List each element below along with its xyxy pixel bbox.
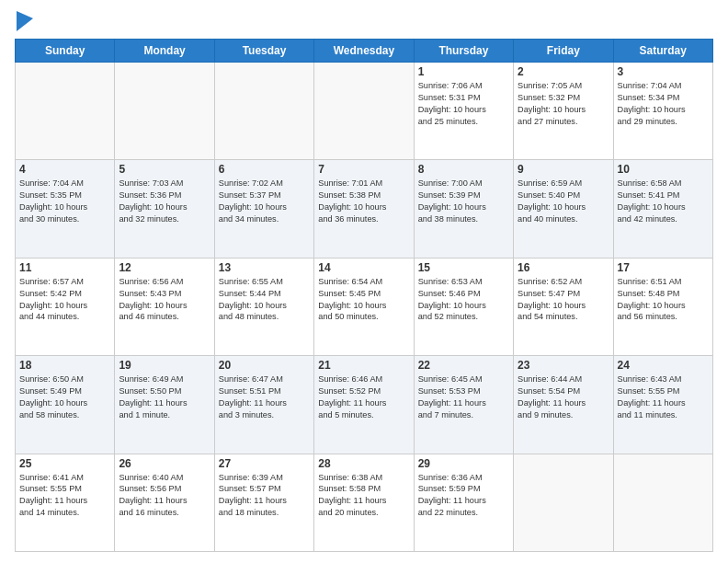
- calendar-cell: 29Sunrise: 6:36 AMSunset: 5:59 PMDayligh…: [414, 454, 513, 551]
- day-number: 26: [119, 457, 210, 470]
- day-info: Sunrise: 6:52 AMSunset: 5:47 PMDaylight:…: [518, 276, 609, 324]
- day-info: Sunrise: 7:04 AMSunset: 5:34 PMDaylight:…: [618, 80, 709, 128]
- day-number: 17: [618, 261, 709, 274]
- calendar-cell: [115, 63, 214, 160]
- weekday-friday: Friday: [514, 40, 613, 63]
- day-info: Sunrise: 6:45 AMSunset: 5:53 PMDaylight:…: [418, 373, 509, 421]
- weekday-thursday: Thursday: [414, 40, 513, 63]
- weekday-header-row: SundayMondayTuesdayWednesdayThursdayFrid…: [16, 40, 713, 63]
- weekday-monday: Monday: [115, 40, 214, 63]
- day-number: 9: [518, 163, 609, 176]
- page: SundayMondayTuesdayWednesdayThursdayFrid…: [0, 0, 728, 563]
- calendar-cell: 4Sunrise: 7:04 AMSunset: 5:35 PMDaylight…: [16, 160, 115, 258]
- week-row-3: 11Sunrise: 6:57 AMSunset: 5:42 PMDayligh…: [16, 258, 713, 355]
- calendar-cell: 26Sunrise: 6:40 AMSunset: 5:56 PMDayligh…: [115, 454, 214, 551]
- day-number: 13: [219, 261, 310, 274]
- day-number: 25: [19, 457, 110, 470]
- calendar-table: SundayMondayTuesdayWednesdayThursdayFrid…: [15, 39, 713, 552]
- weekday-sunday: Sunday: [16, 40, 115, 63]
- calendar-cell: 27Sunrise: 6:39 AMSunset: 5:57 PMDayligh…: [214, 454, 313, 551]
- day-number: 14: [318, 261, 409, 274]
- calendar-cell: 8Sunrise: 7:00 AMSunset: 5:39 PMDaylight…: [414, 160, 513, 258]
- svg-marker-0: [17, 11, 33, 31]
- day-info: Sunrise: 6:51 AMSunset: 5:48 PMDaylight:…: [618, 276, 709, 324]
- day-number: 24: [618, 359, 709, 372]
- day-info: Sunrise: 6:44 AMSunset: 5:54 PMDaylight:…: [518, 373, 609, 421]
- day-number: 6: [219, 163, 310, 176]
- logo: [15, 11, 33, 31]
- calendar-cell: 1Sunrise: 7:06 AMSunset: 5:31 PMDaylight…: [414, 63, 513, 160]
- day-number: 15: [418, 261, 509, 274]
- day-info: Sunrise: 6:50 AMSunset: 5:49 PMDaylight:…: [19, 373, 110, 421]
- calendar-cell: 17Sunrise: 6:51 AMSunset: 5:48 PMDayligh…: [613, 258, 712, 355]
- day-number: 16: [518, 261, 609, 274]
- day-info: Sunrise: 6:57 AMSunset: 5:42 PMDaylight:…: [19, 276, 110, 324]
- calendar-cell: 24Sunrise: 6:43 AMSunset: 5:55 PMDayligh…: [613, 356, 712, 454]
- day-info: Sunrise: 6:47 AMSunset: 5:51 PMDaylight:…: [219, 373, 310, 421]
- calendar-cell: 12Sunrise: 6:56 AMSunset: 5:43 PMDayligh…: [115, 258, 214, 355]
- day-number: 20: [219, 359, 310, 372]
- week-row-5: 25Sunrise: 6:41 AMSunset: 5:55 PMDayligh…: [16, 454, 713, 551]
- day-info: Sunrise: 6:53 AMSunset: 5:46 PMDaylight:…: [418, 276, 509, 324]
- calendar-cell: 6Sunrise: 7:02 AMSunset: 5:37 PMDaylight…: [214, 160, 313, 258]
- day-info: Sunrise: 6:38 AMSunset: 5:58 PMDaylight:…: [318, 472, 409, 520]
- day-info: Sunrise: 7:03 AMSunset: 5:36 PMDaylight:…: [119, 178, 210, 225]
- calendar-cell: 3Sunrise: 7:04 AMSunset: 5:34 PMDaylight…: [613, 63, 712, 160]
- day-info: Sunrise: 6:49 AMSunset: 5:50 PMDaylight:…: [119, 373, 210, 421]
- day-info: Sunrise: 6:43 AMSunset: 5:55 PMDaylight:…: [618, 373, 709, 421]
- day-info: Sunrise: 7:06 AMSunset: 5:31 PMDaylight:…: [418, 80, 509, 128]
- day-number: 7: [318, 163, 409, 176]
- day-number: 12: [119, 261, 210, 274]
- calendar-cell: [514, 454, 613, 551]
- calendar-cell: 28Sunrise: 6:38 AMSunset: 5:58 PMDayligh…: [314, 454, 414, 551]
- day-number: 1: [418, 65, 509, 78]
- day-number: 10: [618, 163, 709, 176]
- week-row-2: 4Sunrise: 7:04 AMSunset: 5:35 PMDaylight…: [16, 160, 713, 258]
- day-info: Sunrise: 7:01 AMSunset: 5:38 PMDaylight:…: [318, 178, 409, 225]
- calendar-cell: 20Sunrise: 6:47 AMSunset: 5:51 PMDayligh…: [214, 356, 313, 454]
- calendar-cell: 7Sunrise: 7:01 AMSunset: 5:38 PMDaylight…: [314, 160, 414, 258]
- day-number: 3: [618, 65, 709, 78]
- calendar-cell: 15Sunrise: 6:53 AMSunset: 5:46 PMDayligh…: [414, 258, 513, 355]
- day-info: Sunrise: 6:58 AMSunset: 5:41 PMDaylight:…: [618, 178, 709, 225]
- day-number: 4: [19, 163, 110, 176]
- calendar-cell: 10Sunrise: 6:58 AMSunset: 5:41 PMDayligh…: [613, 160, 712, 258]
- day-info: Sunrise: 6:40 AMSunset: 5:56 PMDaylight:…: [119, 472, 210, 520]
- weekday-wednesday: Wednesday: [314, 40, 414, 63]
- header: [15, 11, 713, 31]
- day-info: Sunrise: 7:05 AMSunset: 5:32 PMDaylight:…: [518, 80, 609, 128]
- day-number: 27: [219, 457, 310, 470]
- weekday-saturday: Saturday: [613, 40, 712, 63]
- calendar-cell: 9Sunrise: 6:59 AMSunset: 5:40 PMDaylight…: [514, 160, 613, 258]
- calendar-cell: [613, 454, 712, 551]
- day-info: Sunrise: 7:04 AMSunset: 5:35 PMDaylight:…: [19, 178, 110, 225]
- day-info: Sunrise: 6:46 AMSunset: 5:52 PMDaylight:…: [318, 373, 409, 421]
- day-info: Sunrise: 7:02 AMSunset: 5:37 PMDaylight:…: [219, 178, 310, 225]
- day-number: 5: [119, 163, 210, 176]
- weekday-tuesday: Tuesday: [214, 40, 313, 63]
- calendar-cell: [214, 63, 313, 160]
- day-number: 28: [318, 457, 409, 470]
- calendar-cell: 19Sunrise: 6:49 AMSunset: 5:50 PMDayligh…: [115, 356, 214, 454]
- calendar-cell: 23Sunrise: 6:44 AMSunset: 5:54 PMDayligh…: [514, 356, 613, 454]
- calendar-cell: 2Sunrise: 7:05 AMSunset: 5:32 PMDaylight…: [514, 63, 613, 160]
- day-number: 22: [418, 359, 509, 372]
- calendar-cell: [16, 63, 115, 160]
- day-info: Sunrise: 6:54 AMSunset: 5:45 PMDaylight:…: [318, 276, 409, 324]
- calendar-cell: 5Sunrise: 7:03 AMSunset: 5:36 PMDaylight…: [115, 160, 214, 258]
- day-number: 8: [418, 163, 509, 176]
- day-info: Sunrise: 6:39 AMSunset: 5:57 PMDaylight:…: [219, 472, 310, 520]
- week-row-1: 1Sunrise: 7:06 AMSunset: 5:31 PMDaylight…: [16, 63, 713, 160]
- calendar-cell: 22Sunrise: 6:45 AMSunset: 5:53 PMDayligh…: [414, 356, 513, 454]
- day-number: 11: [19, 261, 110, 274]
- calendar-cell: 16Sunrise: 6:52 AMSunset: 5:47 PMDayligh…: [514, 258, 613, 355]
- day-number: 21: [318, 359, 409, 372]
- day-info: Sunrise: 6:55 AMSunset: 5:44 PMDaylight:…: [219, 276, 310, 324]
- calendar-cell: [314, 63, 414, 160]
- day-info: Sunrise: 6:41 AMSunset: 5:55 PMDaylight:…: [19, 472, 110, 520]
- calendar-cell: 11Sunrise: 6:57 AMSunset: 5:42 PMDayligh…: [16, 258, 115, 355]
- day-number: 19: [119, 359, 210, 372]
- calendar-cell: 25Sunrise: 6:41 AMSunset: 5:55 PMDayligh…: [16, 454, 115, 551]
- day-number: 29: [418, 457, 509, 470]
- day-number: 2: [518, 65, 609, 78]
